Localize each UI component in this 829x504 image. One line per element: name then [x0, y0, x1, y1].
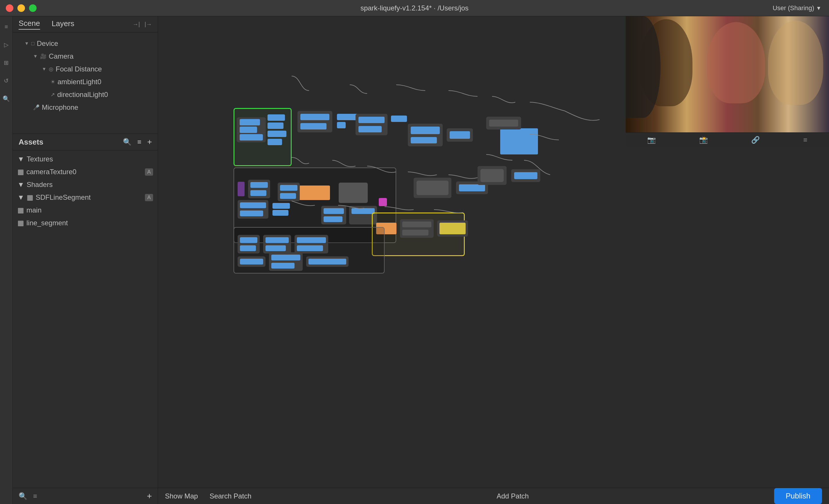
purple-block: [238, 182, 245, 196]
minimize-button[interactable]: [17, 4, 25, 12]
tree-item-directional[interactable]: ↗ directionalLight0: [13, 88, 158, 101]
scene-search-icon[interactable]: 🔍: [19, 492, 27, 500]
toolbar-arrow-icon[interactable]: ▷: [2, 40, 11, 49]
node-gray-3[interactable]: [321, 206, 346, 224]
main-label: main: [27, 206, 41, 214]
menu-icon[interactable]: ≡: [803, 136, 807, 144]
show-map-button[interactable]: Show Map: [165, 492, 198, 500]
device-icon: □: [31, 41, 35, 47]
node-far-right-2[interactable]: [511, 169, 540, 182]
search-icon[interactable]: 🔍: [123, 138, 132, 146]
blue-large-block: [500, 128, 538, 154]
toolbar-search-icon[interactable]: 🔍: [2, 94, 11, 103]
preview-photo: [626, 16, 829, 132]
directional-icon: ↗: [50, 91, 55, 98]
arrow-down-icon: ▼: [17, 181, 25, 189]
scene-add-icon[interactable]: +: [147, 491, 152, 501]
tree-item-microphone[interactable]: 🎤 Microphone: [13, 101, 158, 114]
node-bottom-4[interactable]: [238, 256, 265, 267]
arrow-down-icon: ▼: [25, 41, 29, 46]
node-dark-1[interactable]: [237, 117, 266, 142]
node-gray-1[interactable]: [248, 180, 270, 198]
toolbar-rotate-icon[interactable]: ↺: [2, 76, 11, 85]
window-controls[interactable]: [6, 4, 37, 12]
orange-block: [298, 186, 330, 200]
assets-item-camera-texture[interactable]: ▦ cameraTexture0 A: [13, 165, 158, 178]
assets-item-linesegment[interactable]: ▦ line_segment: [13, 217, 158, 229]
magenta-block-area: [379, 198, 387, 208]
add-patch-button[interactable]: Add Patch: [497, 492, 529, 500]
node-curve-end[interactable]: [486, 117, 521, 129]
node-gray-mid[interactable]: [278, 183, 300, 201]
node-right-1[interactable]: [413, 178, 452, 198]
texture-icon: ▦: [17, 168, 24, 176]
tree-item-ambient[interactable]: ☀ ambientLight0: [13, 76, 158, 88]
photo-icon[interactable]: 📸: [699, 136, 708, 144]
node-bottom-5[interactable]: [269, 252, 303, 271]
titlebar: spark-liquefy-v1.2.154* · /Users/jos Use…: [0, 0, 829, 16]
selection-box-gray-bottom: [233, 227, 385, 273]
arrow-down-icon: ▼: [42, 67, 46, 72]
node-top-right-2[interactable]: [447, 128, 473, 142]
ambient-icon: ☀: [50, 79, 55, 85]
focal-label: Focal Distance: [56, 65, 102, 73]
scene-filter-icon[interactable]: ≡: [33, 492, 37, 500]
link-icon[interactable]: 🔗: [751, 136, 760, 144]
toolbar-transform-icon[interactable]: ⊞: [2, 58, 11, 67]
scene-arrow-in-icon[interactable]: →|: [133, 21, 140, 28]
node-top-right-1[interactable]: [408, 124, 443, 146]
tree-item-device[interactable]: ▼ □ Device: [13, 37, 158, 50]
add-asset-icon[interactable]: +: [147, 137, 152, 147]
toolbar-scene-icon[interactable]: ≡: [2, 22, 11, 31]
maximize-button[interactable]: [29, 4, 37, 12]
chevron-down-icon[interactable]: ▾: [817, 4, 820, 12]
assets-item-sdfline[interactable]: ▼ ▦ SDFLineSegment A: [13, 191, 158, 204]
node-bottom-1[interactable]: [238, 235, 260, 254]
assets-actions[interactable]: 🔍 ≡ +: [123, 137, 152, 147]
scene-arrow-out-icon[interactable]: |→: [145, 21, 152, 28]
arrow-down-icon: ▼: [17, 193, 25, 201]
node-far-right-1[interactable]: [477, 166, 507, 185]
selection-box-green: [233, 108, 292, 166]
shader-icon: ▦: [27, 193, 33, 201]
preview-area: [626, 16, 829, 132]
tree-item-camera[interactable]: ▼ 🎥 Camera: [13, 50, 158, 63]
assets-item-main[interactable]: ▦ main: [13, 204, 158, 217]
scene-tree: ▼ □ Device ▼ 🎥 Camera ▼ ◎ Focal Distance…: [13, 33, 158, 118]
video-icon[interactable]: 📷: [647, 136, 656, 144]
node-bottom-6[interactable]: [306, 256, 349, 267]
node-yellow-1[interactable]: [400, 219, 434, 238]
node-top-mid-2[interactable]: [356, 114, 388, 135]
assets-title: Assets: [19, 138, 43, 147]
left-toolbar: ≡ ▷ ⊞ ↺ 🔍: [0, 16, 13, 504]
ambient-label: ambientLight0: [58, 78, 101, 86]
node-gray-2[interactable]: [238, 200, 268, 219]
tab-scene[interactable]: Scene: [19, 19, 40, 30]
gray-node-box[interactable]: [339, 183, 368, 203]
window-title: spark-liquefy-v1.2.154* · /Users/jos: [360, 4, 469, 12]
node-bottom-3[interactable]: [294, 235, 328, 254]
microphone-label: Microphone: [42, 103, 78, 112]
camera-label: Camera: [49, 52, 73, 61]
tab-layers[interactable]: Layers: [52, 19, 74, 29]
focal-icon: ◎: [49, 66, 53, 72]
patch-bottom-left: Show Map Search Patch: [165, 492, 251, 500]
assets-header: Assets 🔍 ≡ +: [13, 134, 158, 150]
node-bottom-2[interactable]: [263, 235, 291, 254]
assets-section-shaders[interactable]: ▼ Shaders: [13, 178, 158, 191]
publish-button[interactable]: Publish: [774, 488, 822, 504]
tree-item-focal[interactable]: ▼ ◎ Focal Distance: [13, 63, 158, 76]
titlebar-right: User (Sharing) ▾: [773, 4, 820, 12]
scene-header: Scene Layers →| |→: [13, 16, 158, 33]
search-patch-button[interactable]: Search Patch: [209, 492, 251, 500]
shaders-label: Shaders: [27, 181, 52, 189]
linesegment-label: line_segment: [27, 219, 68, 227]
assets-tree: ▼ Textures ▦ cameraTexture0 A ▼ Shaders …: [13, 150, 158, 232]
arrow-down-icon: ▼: [17, 155, 25, 163]
filter-icon[interactable]: ≡: [137, 138, 141, 146]
close-button[interactable]: [6, 4, 13, 12]
assets-section-textures[interactable]: ▼ Textures: [13, 153, 158, 165]
node-yellow-2[interactable]: [437, 220, 468, 237]
sharing-label[interactable]: User (Sharing): [773, 4, 814, 12]
node-top-mid-1[interactable]: [297, 111, 332, 132]
